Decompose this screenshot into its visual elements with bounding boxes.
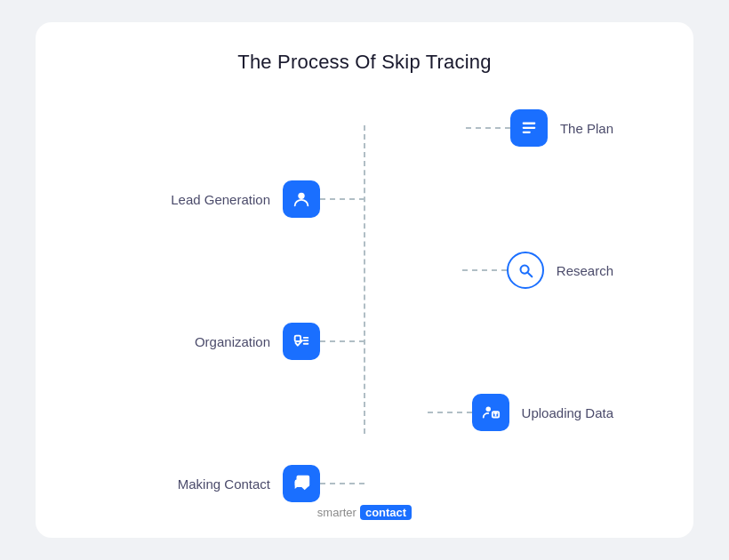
dash-org [320, 340, 364, 342]
plan-label: The Plan [560, 121, 613, 136]
footer-highlight: contact [360, 505, 412, 520]
contact-label: Making Contact [178, 476, 270, 492]
page-title: The Process Of Skip Tracing [237, 51, 491, 74]
org-icon [283, 323, 320, 360]
svg-point-3 [298, 193, 304, 199]
org-label: Organization [195, 334, 270, 349]
svg-line-5 [528, 273, 532, 276]
footer: smarter contact [317, 505, 412, 520]
contact-icon [283, 465, 320, 502]
lead-label: Lead Generation [171, 192, 270, 207]
lead-icon [283, 180, 320, 218]
row-upload: Uploading Data [364, 394, 613, 431]
svg-rect-2 [523, 132, 531, 133]
dash-upload [428, 412, 472, 413]
main-card: The Process Of Skip Tracing The Plan Lea… [36, 22, 693, 538]
row-org: Organization [116, 323, 364, 360]
upload-icon [472, 394, 509, 431]
research-icon [507, 252, 544, 289]
row-research: Research [364, 252, 613, 289]
footer-brand: smarter [317, 506, 356, 519]
row-lead: Lead Generation [116, 180, 364, 218]
svg-rect-6 [295, 336, 300, 341]
row-contact: Making Contact [116, 465, 364, 502]
dash-research [462, 269, 507, 271]
research-label: Research [557, 263, 613, 278]
plan-icon [510, 109, 548, 147]
row-plan: The Plan [364, 109, 613, 147]
diagram: The Plan Lead Generation Research [116, 100, 613, 505]
svg-point-4 [520, 266, 528, 274]
dash-contact [320, 483, 364, 484]
svg-point-10 [485, 407, 491, 412]
svg-rect-0 [523, 123, 536, 124]
svg-rect-1 [523, 127, 536, 129]
dash-lead [320, 198, 364, 200]
upload-label: Uploading Data [522, 405, 613, 420]
dash-plan [466, 127, 510, 129]
